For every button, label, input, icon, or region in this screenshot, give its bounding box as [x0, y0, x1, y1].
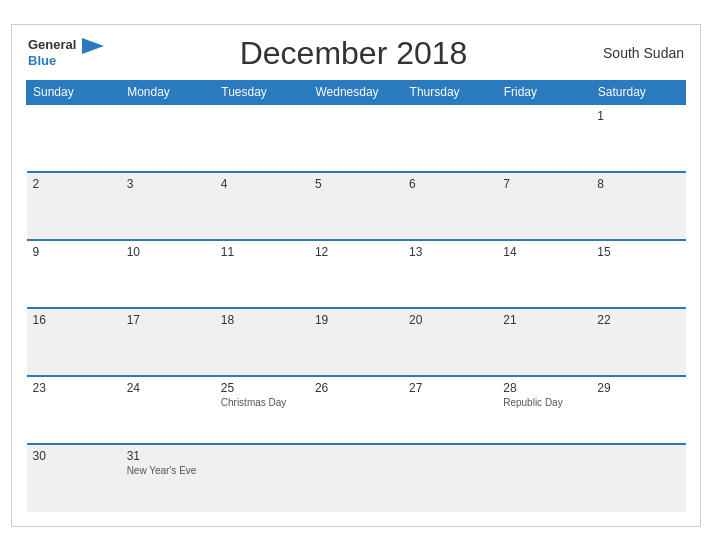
calendar-cell: 15: [591, 240, 685, 308]
weekday-header-wednesday: Wednesday: [309, 80, 403, 104]
weekday-header-sunday: Sunday: [27, 80, 121, 104]
day-number: 31: [127, 449, 209, 463]
weekday-header-row: SundayMondayTuesdayWednesdayThursdayFrid…: [27, 80, 686, 104]
calendar-cell: [215, 444, 309, 512]
day-number: 30: [33, 449, 115, 463]
logo-general: General: [28, 37, 76, 52]
day-number: 19: [315, 313, 397, 327]
calendar-cell: 20: [403, 308, 497, 376]
calendar-cell: [403, 444, 497, 512]
day-number: 13: [409, 245, 491, 259]
day-number: 4: [221, 177, 303, 191]
country-name: South Sudan: [603, 45, 684, 61]
day-number: 20: [409, 313, 491, 327]
day-number: 26: [315, 381, 397, 395]
calendar-cell: 12: [309, 240, 403, 308]
weekday-header-friday: Friday: [497, 80, 591, 104]
calendar-cell: 5: [309, 172, 403, 240]
holiday-name: Republic Day: [503, 397, 585, 408]
logo: General Blue: [28, 38, 104, 68]
calendar-cell: [497, 444, 591, 512]
day-number: 17: [127, 313, 209, 327]
calendar-cell: 30: [27, 444, 121, 512]
day-number: 14: [503, 245, 585, 259]
day-number: 3: [127, 177, 209, 191]
calendar-cell: [309, 104, 403, 172]
calendar-cell: 31New Year's Eve: [121, 444, 215, 512]
weekday-header-thursday: Thursday: [403, 80, 497, 104]
day-number: 5: [315, 177, 397, 191]
week-row-3: 9101112131415: [27, 240, 686, 308]
calendar-title: December 2018: [104, 35, 603, 72]
week-row-2: 2345678: [27, 172, 686, 240]
calendar-cell: 26: [309, 376, 403, 444]
day-number: 11: [221, 245, 303, 259]
holiday-name: New Year's Eve: [127, 465, 209, 476]
day-number: 16: [33, 313, 115, 327]
calendar-cell: [403, 104, 497, 172]
day-number: 7: [503, 177, 585, 191]
calendar-cell: 29: [591, 376, 685, 444]
calendar-cell: 7: [497, 172, 591, 240]
calendar-cell: 28Republic Day: [497, 376, 591, 444]
week-row-6: 3031New Year's Eve: [27, 444, 686, 512]
calendar-container: General Blue December 2018 South Sudan S…: [11, 24, 701, 527]
day-number: 28: [503, 381, 585, 395]
day-number: 21: [503, 313, 585, 327]
calendar-cell: 24: [121, 376, 215, 444]
day-number: 22: [597, 313, 679, 327]
day-number: 24: [127, 381, 209, 395]
calendar-table: SundayMondayTuesdayWednesdayThursdayFrid…: [26, 80, 686, 512]
logo-flag-icon: [82, 38, 104, 54]
calendar-cell: 9: [27, 240, 121, 308]
calendar-cell: 18: [215, 308, 309, 376]
calendar-cell: 25Christmas Day: [215, 376, 309, 444]
svg-marker-0: [82, 38, 104, 54]
calendar-cell: 22: [591, 308, 685, 376]
day-number: 9: [33, 245, 115, 259]
calendar-cell: 13: [403, 240, 497, 308]
day-number: 23: [33, 381, 115, 395]
calendar-header: General Blue December 2018 South Sudan: [26, 35, 686, 72]
calendar-cell: 6: [403, 172, 497, 240]
calendar-cell: 16: [27, 308, 121, 376]
weekday-header-saturday: Saturday: [591, 80, 685, 104]
calendar-cell: 17: [121, 308, 215, 376]
calendar-cell: [591, 444, 685, 512]
week-row-1: 1: [27, 104, 686, 172]
calendar-cell: 1: [591, 104, 685, 172]
weekday-header-monday: Monday: [121, 80, 215, 104]
calendar-cell: [215, 104, 309, 172]
calendar-cell: 3: [121, 172, 215, 240]
calendar-cell: 23: [27, 376, 121, 444]
calendar-cell: 4: [215, 172, 309, 240]
day-number: 1: [597, 109, 679, 123]
day-number: 12: [315, 245, 397, 259]
holiday-name: Christmas Day: [221, 397, 303, 408]
day-number: 27: [409, 381, 491, 395]
calendar-cell: 11: [215, 240, 309, 308]
week-row-5: 232425Christmas Day262728Republic Day29: [27, 376, 686, 444]
calendar-cell: 27: [403, 376, 497, 444]
calendar-cell: [497, 104, 591, 172]
week-row-4: 16171819202122: [27, 308, 686, 376]
calendar-cell: 14: [497, 240, 591, 308]
day-number: 18: [221, 313, 303, 327]
calendar-cell: 10: [121, 240, 215, 308]
calendar-cell: 2: [27, 172, 121, 240]
calendar-cell: 19: [309, 308, 403, 376]
day-number: 6: [409, 177, 491, 191]
day-number: 29: [597, 381, 679, 395]
day-number: 15: [597, 245, 679, 259]
calendar-cell: [27, 104, 121, 172]
logo-blue: Blue: [28, 53, 56, 68]
day-number: 2: [33, 177, 115, 191]
day-number: 8: [597, 177, 679, 191]
day-number: 10: [127, 245, 209, 259]
calendar-cell: [309, 444, 403, 512]
calendar-cell: 8: [591, 172, 685, 240]
calendar-cell: [121, 104, 215, 172]
day-number: 25: [221, 381, 303, 395]
calendar-cell: 21: [497, 308, 591, 376]
weekday-header-tuesday: Tuesday: [215, 80, 309, 104]
